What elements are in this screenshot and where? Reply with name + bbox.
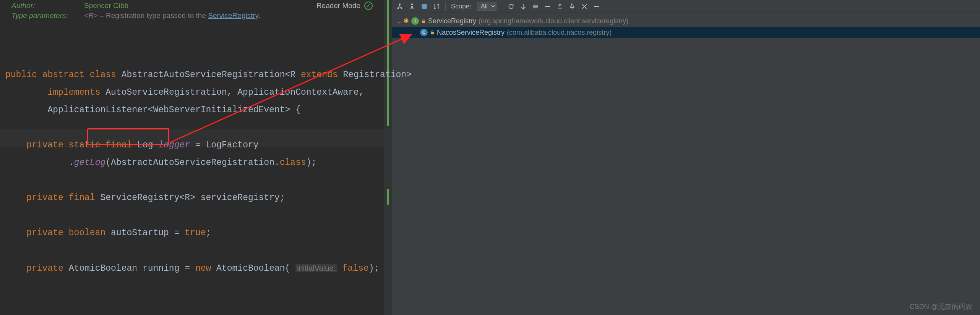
hierarchy-panel: Scope: All ⌄ ✱ I ServiceRegistry (org.sp… [392, 0, 980, 315]
editor-gutter [384, 0, 392, 315]
reader-mode-label: Reader Mode [316, 2, 360, 10]
tree-node-serviceregistry[interactable]: ⌄ ✱ I ServiceRegistry (org.springframewo… [392, 15, 980, 27]
svg-point-0 [399, 3, 401, 5]
hierarchy-toolbar: Scope: All [392, 0, 980, 13]
chevron-down-icon[interactable]: ⌄ [396, 17, 401, 25]
serviceregistry-link[interactable]: ServiceRegistry [208, 11, 258, 19]
pin-icon[interactable] [569, 3, 576, 10]
node-package: (com.alibaba.cloud.nacos.registry) [507, 29, 612, 37]
close-icon[interactable] [581, 3, 588, 10]
expand-all-icon[interactable] [532, 3, 539, 10]
class-icon: C [420, 29, 428, 36]
node-name: ServiceRegistry [428, 17, 476, 25]
svg-rect-7 [431, 32, 434, 34]
tree-node-nacosserviceregistry[interactable]: C NacosServiceRegistry (com.alibaba.clou… [392, 27, 980, 38]
export-icon[interactable] [557, 3, 563, 10]
reader-mode-toggle[interactable]: Reader Mode ✓ [316, 2, 373, 10]
lock-icon [421, 17, 426, 25]
star-icon: ✱ [403, 17, 409, 25]
type-param-tag: <R> [84, 11, 98, 19]
scope-select[interactable]: All [477, 2, 496, 11]
autoscroll-icon[interactable] [520, 3, 527, 10]
node-name: NacosServiceRegistry [437, 29, 505, 37]
svg-rect-5 [594, 6, 599, 6]
serviceregistry-type[interactable]: ServiceRegistry [95, 193, 180, 203]
check-icon: ✓ [364, 2, 373, 10]
hide-icon[interactable] [593, 3, 600, 10]
javadoc-header: Author: Spencer Gibb Type parameters: <R… [0, 0, 384, 24]
collapse-all-icon[interactable] [544, 3, 551, 10]
sort-icon[interactable] [433, 3, 440, 10]
watermark: CSDN @无奈的码农 [910, 302, 972, 311]
class-hierarchy-icon[interactable] [396, 3, 403, 10]
node-package: (org.springframework.cloud.client.servic… [479, 17, 628, 25]
interface-icon: I [411, 17, 419, 25]
svg-point-3 [411, 3, 413, 5]
scope-label: Scope: [451, 3, 471, 10]
author-value: Spencer Gibb [84, 2, 128, 10]
svg-rect-6 [422, 21, 425, 23]
code-editor[interactable]: public abstract class AbstractAutoServic… [0, 24, 384, 315]
subtypes-icon[interactable] [421, 3, 428, 10]
supertypes-icon[interactable] [409, 3, 415, 10]
hierarchy-tree[interactable]: ⌄ ✱ I ServiceRegistry (org.springframewo… [392, 13, 980, 38]
author-label: Author: [11, 2, 84, 10]
type-params-label: Type parameters: [11, 11, 84, 20]
refresh-icon[interactable] [508, 3, 514, 10]
svg-rect-4 [422, 4, 427, 9]
lock-icon [430, 29, 435, 37]
param-hint: initialValue: [295, 264, 337, 272]
